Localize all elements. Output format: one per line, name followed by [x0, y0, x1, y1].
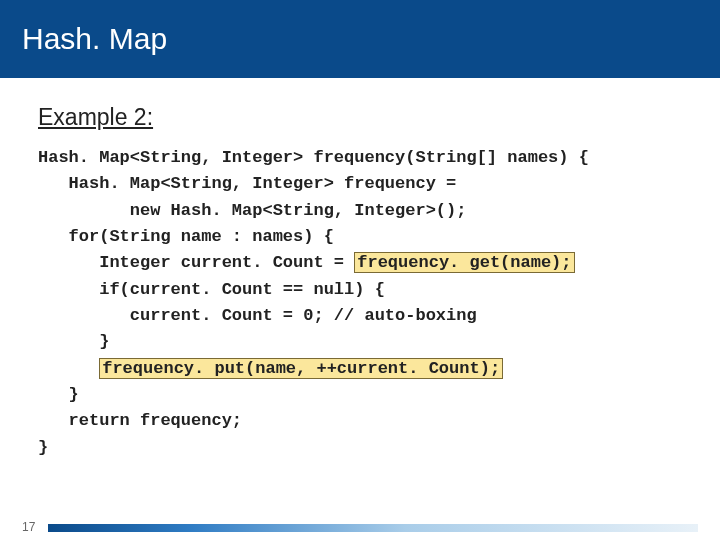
code-line	[38, 359, 99, 378]
code-line: }	[38, 332, 109, 351]
code-line: if(current. Count == null) {	[38, 280, 385, 299]
code-line: return frequency;	[38, 411, 242, 430]
example-heading: Example 2:	[38, 104, 688, 131]
code-line: Hash. Map<String, Integer> frequency =	[38, 174, 456, 193]
footer-gradient-bar	[48, 524, 698, 532]
code-line: Hash. Map<String, Integer> frequency(Str…	[38, 148, 589, 167]
code-line: for(String name : names) {	[38, 227, 334, 246]
footer: 17	[0, 518, 720, 540]
code-highlight-get: frequency. get(name);	[354, 252, 574, 273]
slide: Hash. Map Example 2: Hash. Map<String, I…	[0, 0, 720, 540]
code-comment: auto-boxing	[364, 306, 476, 325]
code-block: Hash. Map<String, Integer> frequency(Str…	[38, 145, 688, 461]
code-line: }	[38, 438, 48, 457]
slide-title: Hash. Map	[22, 22, 167, 56]
code-line: }	[38, 385, 79, 404]
page-number: 17	[22, 520, 35, 534]
code-line: current. Count = 0; //	[38, 306, 364, 325]
code-highlight-put: frequency. put(name, ++current. Count);	[99, 358, 503, 379]
content-area: Example 2: Hash. Map<String, Integer> fr…	[0, 78, 720, 461]
title-bar: Hash. Map	[0, 0, 720, 78]
code-line: Integer current. Count =	[38, 253, 354, 272]
code-line: new Hash. Map<String, Integer>();	[38, 201, 466, 220]
